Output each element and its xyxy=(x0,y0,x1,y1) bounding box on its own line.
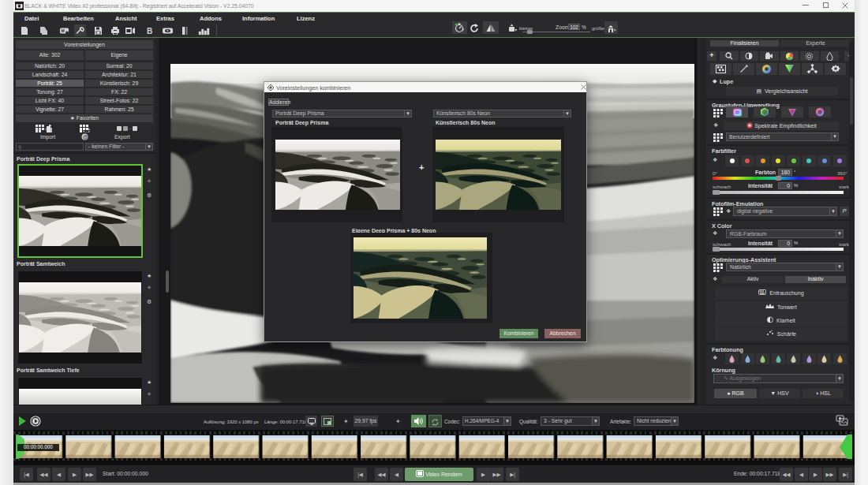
svg-text:@: @ xyxy=(83,134,88,140)
svg-text:·: · xyxy=(129,125,132,132)
svg-text:M: M xyxy=(62,28,65,33)
svg-text:B: B xyxy=(147,27,152,35)
svg-text:›: › xyxy=(45,126,47,131)
